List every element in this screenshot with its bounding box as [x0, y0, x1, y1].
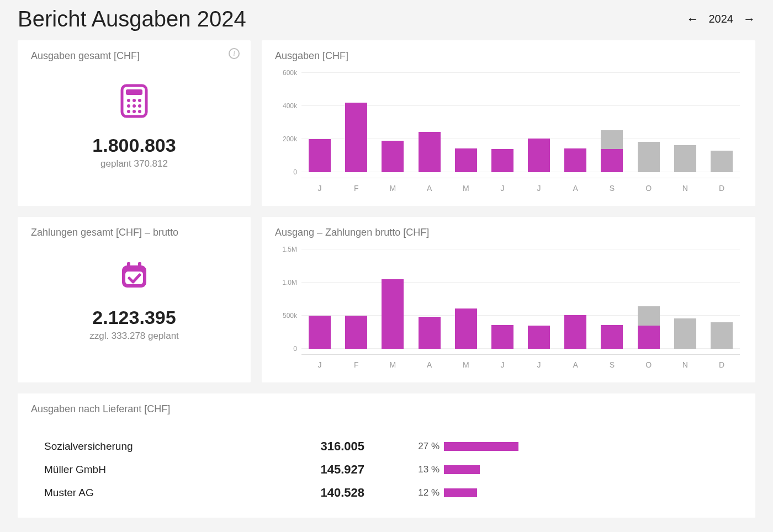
bar-actual	[419, 132, 441, 173]
svg-point-8	[127, 110, 130, 113]
supplier-percent: 27 %	[409, 441, 444, 452]
supplier-name: Müller GmbH	[44, 464, 309, 476]
supplier-percent: 12 %	[409, 487, 444, 498]
x-tick-label: J	[521, 184, 557, 193]
chart-expenses: 0200k400k600kJFMAMJJASOND	[275, 73, 742, 193]
svg-rect-1	[126, 89, 142, 95]
x-tick-label: M	[448, 184, 484, 193]
x-tick-label: M	[374, 184, 411, 193]
x-tick-label: M	[374, 360, 411, 369]
chart-expenses-card: Ausgaben [CHF] 0200k400k600kJFMAMJJASOND	[262, 40, 755, 206]
svg-point-6	[133, 104, 136, 108]
svg-point-7	[138, 104, 141, 108]
calendar-check-icon	[119, 260, 149, 292]
supplier-row[interactable]: Muster AG140.52812 %	[31, 481, 742, 504]
y-tick-label: 1.0M	[275, 279, 297, 286]
bar-actual	[382, 141, 404, 172]
svg-point-9	[133, 110, 136, 113]
bar-planned	[674, 145, 696, 173]
x-tick-label: J	[484, 184, 521, 193]
bar[interactable]	[521, 249, 557, 349]
bar[interactable]	[631, 73, 667, 172]
bar[interactable]	[301, 73, 338, 172]
supplier-bar	[444, 465, 742, 474]
x-tick-label: J	[521, 360, 557, 369]
bar-actual	[455, 148, 477, 173]
bar-actual	[309, 316, 331, 349]
bar[interactable]	[338, 73, 374, 172]
bar-actual	[564, 148, 586, 173]
chart-payments-card: Ausgang – Zahlungen brutto [CHF] 0500k1.…	[262, 217, 755, 382]
bar[interactable]	[594, 249, 630, 349]
bar[interactable]	[301, 249, 338, 349]
supplier-bar-fill	[444, 465, 480, 474]
bar[interactable]	[374, 249, 411, 349]
x-tick-label: O	[631, 184, 667, 193]
svg-rect-14	[138, 262, 141, 268]
kpi-payments-title: Zahlungen gesamt [CHF] – brutto	[31, 227, 237, 238]
kpi-payments-sub: zzgl. 333.278 geplant	[89, 331, 179, 342]
bar[interactable]	[338, 249, 374, 349]
supplier-value: 316.005	[309, 439, 409, 454]
page-title: Bericht Ausgaben 2024	[18, 7, 246, 31]
bar[interactable]	[557, 249, 594, 349]
year-nav: ← 2024 →	[687, 13, 756, 25]
prev-year-button[interactable]: ←	[687, 13, 699, 25]
kpi-payments-value: 2.123.395	[92, 307, 176, 328]
bar-actual	[419, 317, 441, 349]
y-tick-label: 200k	[275, 135, 297, 143]
bar[interactable]	[594, 73, 630, 172]
x-tick-label: O	[631, 360, 667, 369]
y-tick-label: 600k	[275, 69, 297, 77]
supplier-name: Sozialversicherung	[44, 440, 309, 453]
bar[interactable]	[484, 249, 521, 349]
supplier-bar	[444, 488, 742, 497]
x-tick-label: F	[338, 184, 374, 193]
suppliers-card: Ausgaben nach Lieferant [CHF] Sozialvers…	[18, 393, 755, 518]
x-tick-label: S	[594, 184, 630, 193]
bar-planned	[674, 318, 696, 349]
bar-actual	[491, 149, 513, 172]
supplier-row[interactable]: Sozialversicherung316.00527 %	[31, 435, 742, 458]
x-tick-label: A	[557, 184, 594, 193]
bar[interactable]	[703, 249, 740, 349]
bar[interactable]	[521, 73, 557, 172]
bar[interactable]	[411, 249, 448, 349]
x-tick-label: A	[411, 184, 448, 193]
bar[interactable]	[374, 73, 411, 172]
suppliers-title: Ausgaben nach Lieferant [CHF]	[31, 403, 742, 415]
kpi-expenses-sub: geplant 370.812	[100, 158, 168, 169]
bar[interactable]	[411, 73, 448, 172]
chart-expenses-title: Ausgaben [CHF]	[275, 50, 742, 62]
bar-actual	[528, 326, 550, 349]
bar[interactable]	[448, 73, 484, 172]
bar[interactable]	[484, 73, 521, 172]
supplier-row[interactable]: Müller GmbH145.92713 %	[31, 458, 742, 481]
bar-actual	[601, 325, 623, 349]
bar[interactable]	[557, 73, 594, 172]
supplier-bar	[444, 442, 742, 451]
kpi-expenses-value: 1.800.803	[92, 135, 176, 156]
info-icon[interactable]: i	[229, 48, 240, 59]
bar[interactable]	[631, 249, 667, 349]
bar-actual	[491, 325, 513, 349]
y-tick-label: 400k	[275, 102, 297, 110]
bar[interactable]	[448, 249, 484, 349]
bar-actual	[455, 308, 477, 349]
bar[interactable]	[667, 73, 703, 172]
bar-actual	[601, 149, 623, 172]
x-tick-label: J	[484, 360, 521, 369]
bar-actual	[564, 315, 586, 349]
supplier-value: 140.528	[309, 486, 409, 500]
bar[interactable]	[667, 249, 703, 349]
supplier-bar-fill	[444, 488, 477, 497]
bar-planned	[711, 151, 733, 172]
bar-actual	[382, 279, 404, 349]
next-year-button[interactable]: →	[743, 13, 755, 25]
svg-rect-13	[127, 262, 130, 268]
x-tick-label: J	[301, 360, 338, 369]
svg-point-3	[133, 99, 136, 102]
bar[interactable]	[703, 73, 740, 172]
svg-point-2	[127, 99, 130, 102]
year-label: 2024	[709, 13, 734, 25]
